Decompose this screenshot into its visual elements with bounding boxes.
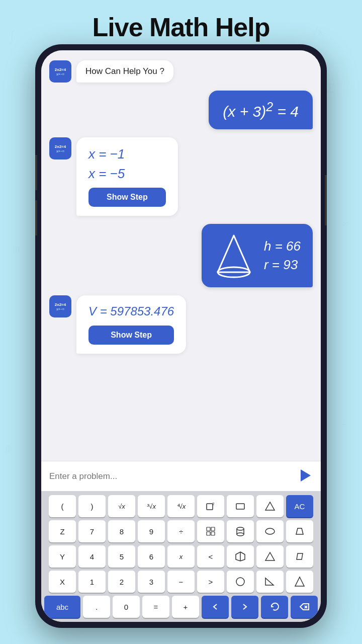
key-3[interactable]: 3 (138, 571, 165, 593)
key-x-var[interactable]: x (167, 545, 195, 568)
key-matrix[interactable] (197, 520, 224, 542)
key-divide[interactable]: ÷ (167, 520, 195, 542)
keyboard-row-5: abc . 0 = + (44, 596, 318, 618)
key-right-tri[interactable] (256, 571, 284, 593)
greeting-row: 2x2=4 x+−= How Can Help You ? (49, 60, 313, 83)
svg-marker-25 (265, 552, 275, 560)
key-equals[interactable]: = (142, 596, 169, 618)
key-trapezoid[interactable] (286, 520, 313, 542)
key-1[interactable]: 1 (78, 571, 106, 593)
key-y[interactable]: Y (49, 545, 76, 568)
key-square[interactable]: 2 (197, 495, 224, 517)
page-title: Live Math Help (0, 0, 362, 50)
key-z[interactable]: Z (49, 520, 76, 542)
svg-marker-12 (265, 502, 275, 510)
svg-point-21 (265, 528, 275, 534)
equation-message-row: (x + 3)2 = 4 (49, 91, 313, 129)
svg-text:∞: ∞ (342, 218, 348, 228)
svg-text:2: 2 (212, 502, 215, 506)
cone-r-value: r = 93 (264, 257, 301, 273)
power-button (325, 175, 327, 225)
key-tri-eq[interactable] (256, 545, 284, 568)
svg-point-17 (237, 527, 244, 530)
key-rect[interactable] (227, 495, 254, 517)
key-8[interactable]: 8 (108, 520, 135, 542)
show-step-button-1[interactable]: Show Step (88, 188, 166, 207)
solution-line-1: x = −1 (88, 146, 125, 162)
key-cbrt[interactable]: ³√x (138, 495, 165, 517)
key-x-letter[interactable]: X (49, 571, 76, 593)
send-button[interactable] (299, 467, 313, 485)
key-9[interactable]: 9 (138, 520, 165, 542)
keyboard-row-1: ( ) √x ³√x ⁴√x 2 AC (44, 495, 318, 517)
greeting-bubble: How Can Help You ? (76, 60, 173, 83)
solution-row: 2x2=4 x+−= x = −1 x = −5 Show Step (49, 137, 313, 216)
key-arrow-right[interactable] (231, 596, 258, 618)
svg-rect-11 (236, 504, 244, 509)
svg-marker-26 (297, 553, 303, 559)
svg-text:∑: ∑ (327, 82, 334, 93)
key-minus[interactable]: − (167, 571, 195, 593)
cone-values: h = 66 r = 93 (264, 238, 301, 273)
input-area (41, 461, 321, 491)
problem-input[interactable] (49, 471, 294, 481)
volume-bubble: V = 597853.476 Show Step (76, 295, 186, 354)
bot-avatar-3: 2x2=4 x+−= (49, 295, 71, 317)
key-6[interactable]: 6 (138, 545, 165, 568)
key-plus[interactable]: + (172, 596, 199, 618)
cone-h-value: h = 66 (264, 238, 301, 254)
bot-avatar: 2x2=4 x+−= (49, 60, 71, 83)
volume-up-button (35, 155, 37, 190)
key-close-paren[interactable]: ) (78, 495, 106, 517)
key-0[interactable]: 0 (113, 596, 140, 618)
svg-rect-15 (207, 532, 210, 535)
key-abc[interactable]: abc (44, 596, 80, 618)
svg-point-27 (236, 578, 244, 586)
cone-icon (214, 233, 254, 278)
key-arrow-left[interactable] (202, 596, 229, 618)
key-parallelogram[interactable] (286, 545, 313, 568)
keyboard-row-3: Y 4 5 6 x < (44, 545, 318, 568)
cone-message-row: h = 66 r = 93 (49, 224, 313, 287)
svg-rect-14 (211, 527, 215, 531)
phone-frame: 2x2=4 x+−= How Can Help You ? (x + 3)2 =… (35, 44, 327, 628)
equation-text: (x + 3)2 = 4 (223, 103, 299, 120)
chat-area: 2x2=4 x+−= How Can Help You ? (x + 3)2 =… (41, 50, 321, 461)
key-2[interactable]: 2 (108, 571, 135, 593)
keyboard-row-4: X 1 2 3 − > (44, 571, 318, 593)
key-7[interactable]: 7 (78, 520, 106, 542)
key-tri-up[interactable] (286, 571, 313, 593)
key-circle[interactable] (227, 571, 254, 593)
keyboard: ( ) √x ³√x ⁴√x 2 AC (41, 491, 321, 622)
svg-marker-28 (265, 578, 274, 585)
show-step-button-2[interactable]: Show Step (88, 326, 174, 345)
volume-down-button (35, 200, 37, 235)
svg-text:π: π (15, 242, 21, 254)
key-triangle-outline[interactable] (256, 495, 284, 517)
volume-value: V = 597853.476 (88, 304, 174, 318)
equation-bubble: (x + 3)2 = 4 (209, 91, 313, 129)
key-greater-than[interactable]: > (197, 571, 224, 593)
phone-screen: 2x2=4 x+−= How Can Help You ? (x + 3)2 =… (41, 50, 321, 622)
key-less-than[interactable]: < (197, 545, 224, 568)
volume-result-row: 2x2=4 x+−= V = 597853.476 Show Step (49, 295, 313, 354)
key-ac[interactable]: AC (286, 495, 313, 517)
key-backspace[interactable] (291, 596, 318, 618)
svg-text:÷: ÷ (342, 420, 347, 430)
key-4[interactable]: 4 (78, 545, 106, 568)
svg-marker-29 (295, 577, 304, 586)
cone-bubble: h = 66 r = 93 (202, 224, 313, 287)
key-undo[interactable] (261, 596, 288, 618)
greeting-text: How Can Help You ? (85, 66, 164, 76)
key-dot[interactable]: . (83, 596, 110, 618)
svg-rect-16 (211, 532, 215, 535)
bot-avatar-2: 2x2=4 x+−= (49, 137, 71, 159)
key-cylinder[interactable] (227, 520, 254, 542)
key-cube[interactable] (227, 545, 254, 568)
key-open-paren[interactable]: ( (49, 495, 76, 517)
key-sqrt[interactable]: √x (108, 495, 135, 517)
key-5[interactable]: 5 (108, 545, 135, 568)
key-nthrt[interactable]: ⁴√x (167, 495, 195, 517)
key-ellipse[interactable] (256, 520, 284, 542)
solution-bubble: x = −1 x = −5 Show Step (76, 137, 178, 216)
